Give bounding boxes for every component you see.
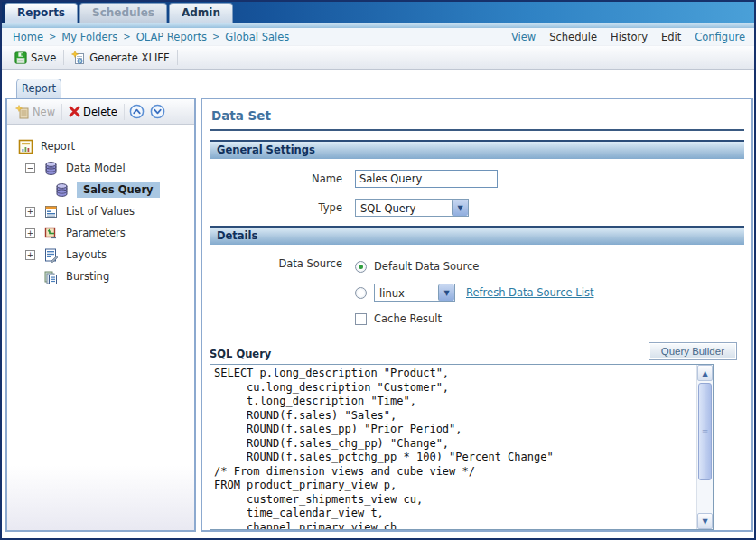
tree-toolbar: New Delete bbox=[7, 99, 194, 125]
main-content: Report New bbox=[2, 70, 754, 538]
scroll-down-icon[interactable]: ▼ bbox=[697, 513, 713, 529]
default-data-source-option: Default Data Source bbox=[355, 257, 593, 275]
breadcrumb-global-sales[interactable]: Global Sales bbox=[225, 31, 289, 43]
new-icon bbox=[15, 105, 30, 119]
custom-data-source-radio[interactable] bbox=[355, 287, 367, 299]
breadcrumb-home[interactable]: Home bbox=[13, 31, 43, 43]
data-source-row: Data Source Default Data Source linux ▼ bbox=[202, 257, 751, 328]
tree-item-sales-query[interactable]: Sales Query bbox=[7, 179, 194, 200]
report-structure-panel: New Delete bbox=[5, 98, 196, 532]
data-source-select[interactable]: linux ▼ bbox=[374, 284, 455, 302]
tree-item-parameters[interactable]: + Parameters bbox=[7, 222, 194, 244]
history-link[interactable]: History bbox=[611, 31, 648, 43]
tree-item-data-model-label: Data Model bbox=[66, 162, 126, 174]
tab-reports[interactable]: Reports bbox=[5, 3, 78, 23]
document-toolbar: Save Generate XLIFF bbox=[2, 45, 754, 70]
data-set-panel: Data Set General Settings Name Type SQL … bbox=[201, 98, 753, 532]
expand-icon[interactable]: + bbox=[25, 207, 35, 217]
page-actions: View Schedule History Edit Configure bbox=[511, 31, 745, 43]
query-builder-button[interactable]: Query Builder bbox=[649, 342, 737, 360]
bursting-icon bbox=[43, 269, 59, 284]
collapse-icon[interactable]: − bbox=[25, 163, 35, 173]
tree-item-list-of-values[interactable]: + List of Values bbox=[7, 200, 194, 222]
layouts-icon bbox=[43, 247, 59, 263]
report-panel-tab[interactable]: Report bbox=[16, 79, 61, 98]
tree-item-bursting-label: Bursting bbox=[66, 270, 109, 283]
type-select[interactable]: SQL Query ▼ bbox=[355, 199, 469, 217]
tree-item-sales-query-label: Sales Query bbox=[77, 182, 160, 198]
scrollbar-thumb[interactable]: ≡ bbox=[698, 383, 712, 480]
tree-item-report-label: Report bbox=[41, 140, 75, 153]
report-tree: Report − Data Model bbox=[7, 135, 194, 287]
breadcrumb: Home > My Folders > OLAP Reports > Globa… bbox=[13, 31, 289, 43]
expand-icon[interactable]: + bbox=[25, 228, 35, 238]
sql-query-header-row: SQL Query Query Builder bbox=[210, 342, 737, 360]
tree-item-list-of-values-label: List of Values bbox=[66, 205, 135, 218]
name-label: Name bbox=[202, 172, 342, 185]
cache-result-option: Cache Result bbox=[355, 310, 593, 328]
name-field-row: Name bbox=[202, 170, 751, 188]
cache-result-checkbox[interactable] bbox=[355, 313, 367, 325]
parameters-icon bbox=[43, 226, 59, 241]
move-up-button[interactable] bbox=[129, 104, 145, 119]
breadcrumb-olap-reports[interactable]: OLAP Reports bbox=[136, 31, 207, 43]
database-icon bbox=[43, 161, 59, 176]
new-button-label: New bbox=[33, 106, 55, 118]
save-button[interactable]: Save bbox=[7, 46, 63, 69]
tree-toolbar-separator bbox=[61, 104, 62, 120]
delete-button[interactable]: Delete bbox=[64, 106, 122, 118]
type-select-value: SQL Query bbox=[356, 200, 452, 216]
tree-toolbar-separator bbox=[124, 104, 125, 120]
tab-admin[interactable]: Admin bbox=[169, 3, 233, 23]
default-data-source-radio[interactable] bbox=[355, 261, 367, 273]
scrollbar-track[interactable] bbox=[697, 482, 713, 513]
delete-icon bbox=[69, 106, 80, 117]
breadcrumb-separator: > bbox=[212, 32, 219, 42]
report-icon bbox=[18, 139, 33, 154]
generate-xliff-button[interactable]: Generate XLIFF bbox=[64, 46, 176, 69]
new-button[interactable]: New bbox=[11, 105, 60, 119]
default-data-source-label: Default Data Source bbox=[374, 260, 479, 273]
panels-container: New Delete bbox=[5, 98, 753, 532]
database-icon bbox=[54, 182, 70, 198]
refresh-data-source-link[interactable]: Refresh Data Source List bbox=[466, 286, 593, 299]
sql-query-textarea[interactable]: SELECT p.long_description "Product", cu.… bbox=[210, 365, 696, 529]
breadcrumb-my-folders[interactable]: My Folders bbox=[61, 31, 117, 43]
sql-query-editor: SELECT p.long_description "Product", cu.… bbox=[210, 364, 714, 530]
tree-item-parameters-label: Parameters bbox=[66, 227, 126, 239]
chevron-down-icon[interactable]: ▼ bbox=[452, 200, 468, 216]
data-source-options: Default Data Source linux ▼ Refresh Data… bbox=[355, 257, 593, 328]
generate-xliff-icon bbox=[71, 51, 86, 65]
breadcrumb-bar: Home > My Folders > OLAP Reports > Globa… bbox=[2, 28, 754, 45]
generate-xliff-label: Generate XLIFF bbox=[89, 51, 169, 64]
chevron-down-icon[interactable]: ▼ bbox=[438, 284, 454, 301]
type-label: Type bbox=[202, 201, 342, 214]
schedule-link[interactable]: Schedule bbox=[549, 31, 597, 43]
data-source-label: Data Source bbox=[202, 257, 342, 328]
data-source-select-value: linux bbox=[375, 284, 438, 301]
save-button-label: Save bbox=[31, 51, 56, 64]
cache-result-label: Cache Result bbox=[374, 312, 442, 325]
tree-item-layouts-label: Layouts bbox=[66, 248, 107, 261]
title-divider bbox=[210, 129, 744, 131]
tree-item-report[interactable]: Report bbox=[7, 135, 194, 157]
toolbar-separator bbox=[177, 50, 178, 65]
tree-item-data-model[interactable]: − Data Model bbox=[7, 157, 194, 179]
edit-link[interactable]: Edit bbox=[661, 31, 681, 43]
move-down-button[interactable] bbox=[150, 104, 165, 119]
general-settings-header: General Settings bbox=[210, 140, 744, 159]
breadcrumb-separator: > bbox=[49, 32, 56, 42]
view-link[interactable]: View bbox=[511, 31, 536, 43]
details-header: Details bbox=[210, 226, 744, 245]
configure-link[interactable]: Configure bbox=[695, 31, 745, 43]
tree-item-bursting[interactable]: Bursting bbox=[7, 265, 194, 287]
tree-item-layouts[interactable]: + Layouts bbox=[7, 244, 194, 265]
name-input[interactable] bbox=[355, 170, 498, 188]
save-icon bbox=[14, 51, 27, 64]
sql-scrollbar[interactable]: ▲ ≡ ▼ bbox=[696, 365, 713, 529]
expand-icon[interactable]: + bbox=[25, 250, 35, 260]
tab-schedules[interactable]: Schedules bbox=[79, 3, 167, 23]
scroll-up-icon[interactable]: ▲ bbox=[697, 365, 713, 381]
sql-query-label: SQL Query bbox=[210, 348, 271, 360]
page-title: Data Set bbox=[211, 108, 751, 123]
